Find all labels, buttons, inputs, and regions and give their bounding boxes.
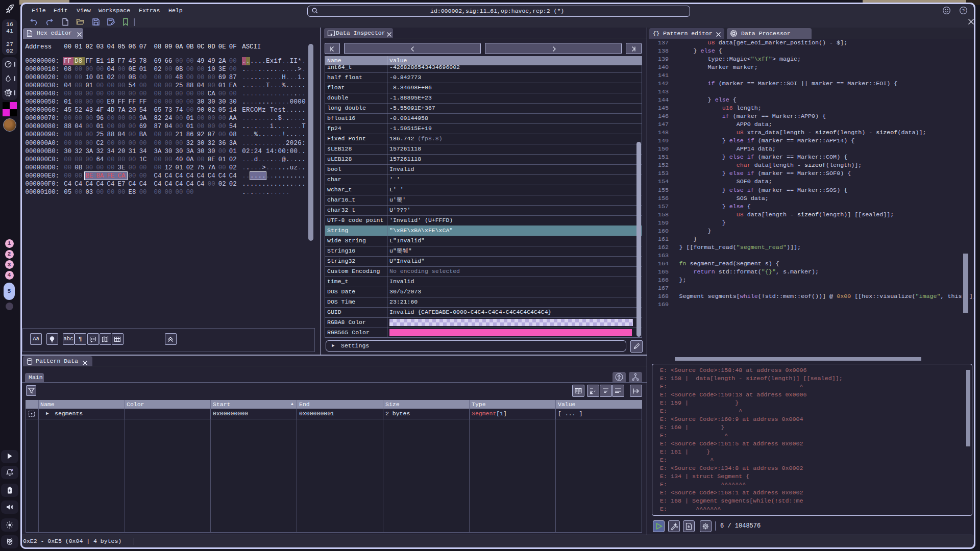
svg-text:10: 10 (28, 34, 31, 36)
svg-text:?: ? (962, 8, 965, 13)
